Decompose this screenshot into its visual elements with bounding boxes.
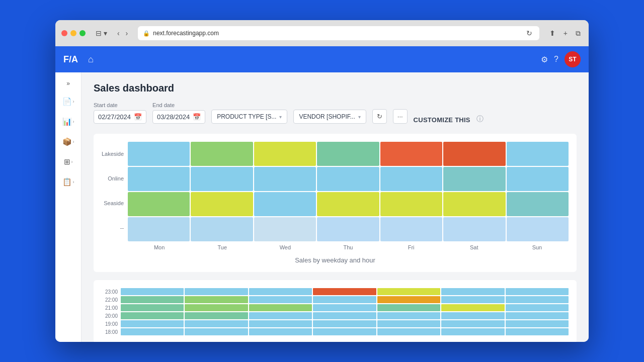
bottom-chart-cell (377, 304, 440, 311)
heatmap-cell (254, 217, 316, 241)
bottom-chart-cell (377, 296, 440, 303)
bottom-chart-container: 23:0022:0021:0020:0019:0018:00 (94, 280, 577, 342)
bottom-chart-cell (249, 304, 312, 311)
heatmap-cell (128, 192, 190, 216)
chevron-right-icon: › (73, 99, 74, 104)
home-button[interactable]: ⌂ (88, 54, 94, 65)
refresh-button[interactable]: ↻ (372, 109, 387, 124)
chevron-right-icon: › (73, 119, 74, 124)
bottom-chart-cell (313, 320, 376, 327)
chevron-right-icon: › (73, 139, 74, 144)
start-date-input[interactable]: 02/27/2024 📅 (94, 110, 146, 124)
sidebar-item-dashboard[interactable]: ⊞ › (57, 153, 79, 171)
heatmap-cell (254, 192, 316, 216)
close-traffic-light[interactable] (61, 30, 67, 36)
bottom-chart-cell (506, 296, 569, 303)
bottom-bar-row (121, 296, 569, 303)
heatmap-cell (191, 217, 253, 241)
filter-bar: Start date 02/27/2024 📅 End date 03/28/2… (94, 102, 577, 124)
heatmap-cell (191, 167, 253, 191)
bottom-chart-cell (377, 288, 440, 295)
bottom-chart-row: 20:00 (102, 312, 569, 319)
bottom-chart-cell (249, 328, 312, 335)
sidebar-item-reports[interactable]: 📊 › (57, 113, 79, 131)
x-label: Tue (191, 244, 254, 250)
chevron-right-icon: › (71, 159, 73, 164)
heatmap-cell (507, 217, 569, 241)
bottom-chart-cell (506, 288, 569, 295)
end-date-input[interactable]: 03/28/2024 📅 (152, 110, 205, 124)
sidebar-item-documents[interactable]: 📄 › (57, 93, 79, 111)
browser-titlebar: ⊟ ▾ ‹ › 🔒 next.forecastingapp.com ↻ ⬆ + … (55, 20, 589, 46)
bottom-chart-cell (506, 328, 569, 335)
customize-button[interactable]: CUSTOMIZE THIS (414, 116, 470, 124)
y-label-seaside: Seaside (102, 201, 124, 206)
bottom-chart-cell (121, 328, 184, 335)
vendor-filter[interactable]: VENDOR [SHOPIF... ▾ (293, 110, 366, 124)
heatmap-cell (443, 142, 505, 166)
heatmap-cell (380, 167, 442, 191)
bottom-chart-cell (185, 312, 248, 319)
customize-help-button[interactable]: ⓘ (476, 115, 484, 124)
heatmap-cell (128, 167, 190, 191)
x-label: Mon (128, 244, 191, 250)
bottom-chart-cell (377, 328, 440, 335)
back-button[interactable]: ‹ (115, 27, 122, 39)
product-type-filter[interactable]: PRODUCT TYPE [S... ▾ (211, 110, 287, 124)
app-logo: F/A (63, 54, 78, 65)
sidebar-item-lists[interactable]: 📋 › (57, 173, 79, 191)
bottom-chart-cell (249, 288, 312, 295)
sidebar-item-inventory[interactable]: 📦 › (57, 133, 79, 151)
sidebar: » 📄 › 📊 › 📦 › ⊞ › 📋 (55, 72, 82, 342)
x-label: Fri (380, 244, 443, 250)
bottom-chart-cell (185, 320, 248, 327)
x-label: Sat (443, 244, 506, 250)
heatmap-grid-area: MonTueWedThuFriSatSun (128, 142, 569, 250)
heatmap-cell (191, 142, 253, 166)
user-avatar[interactable]: ST (565, 51, 581, 67)
start-date-value: 02/27/2024 (98, 113, 131, 121)
bottom-chart-cell (441, 312, 504, 319)
heatmap-cell (380, 142, 442, 166)
heatmap-cell (380, 217, 442, 241)
new-tab-button[interactable]: + (561, 27, 570, 39)
share-button[interactable]: ⬆ (547, 27, 557, 39)
address-bar[interactable]: 🔒 next.forecastingapp.com ↻ (138, 26, 539, 40)
sidebar-collapse-button[interactable]: » (59, 76, 77, 90)
heatmap-cell (507, 192, 569, 216)
calendar-icon: 📅 (134, 113, 142, 121)
bottom-y-label: 23:00 (102, 289, 118, 295)
bottom-bar-row (121, 304, 569, 311)
bottom-chart-cell (185, 288, 248, 295)
product-type-label: PRODUCT TYPE [S... (217, 113, 276, 120)
bottom-chart-cell (121, 296, 184, 303)
refresh-icon: ↻ (377, 113, 382, 120)
bottom-chart-cell (313, 328, 376, 335)
settings-button[interactable]: ⚙ (541, 55, 548, 64)
bottom-chart-row: 19:00 (102, 320, 569, 327)
fullscreen-traffic-light[interactable] (79, 30, 86, 36)
reports-icon: 📊 (62, 117, 72, 126)
y-label-dash: -- (102, 225, 124, 231)
tab-grid-button[interactable]: ⧉ (574, 27, 583, 40)
heatmap-x-labels: MonTueWedThuFriSatSun (128, 244, 569, 250)
bottom-bar-row (121, 328, 569, 335)
browser-sidebar-toggle[interactable]: ⊟ ▾ (94, 27, 109, 39)
minimize-traffic-light[interactable] (70, 30, 76, 36)
app-container: F/A ⌂ ⚙ ? ST » 📄 › 📊 › (55, 46, 589, 342)
x-label: Wed (254, 244, 316, 250)
forward-button[interactable]: › (124, 27, 130, 39)
bottom-chart-cell (441, 304, 504, 311)
help-button[interactable]: ? (554, 55, 558, 64)
refresh-browser-button[interactable]: ↻ (524, 27, 534, 39)
bottom-chart-grid: 23:0022:0021:0020:0019:0018:00 (102, 288, 569, 335)
end-date-field: End date 03/28/2024 📅 (152, 102, 205, 124)
bottom-chart-cell (441, 288, 504, 295)
bottom-y-label: 22:00 (102, 297, 118, 303)
x-label: Thu (316, 244, 379, 250)
bottom-chart-cell (249, 296, 312, 303)
more-options-button[interactable]: ··· (393, 109, 408, 124)
heatmap-cell (443, 167, 505, 191)
heatmap-cell (128, 217, 190, 241)
bottom-y-label: 20:00 (102, 313, 118, 319)
